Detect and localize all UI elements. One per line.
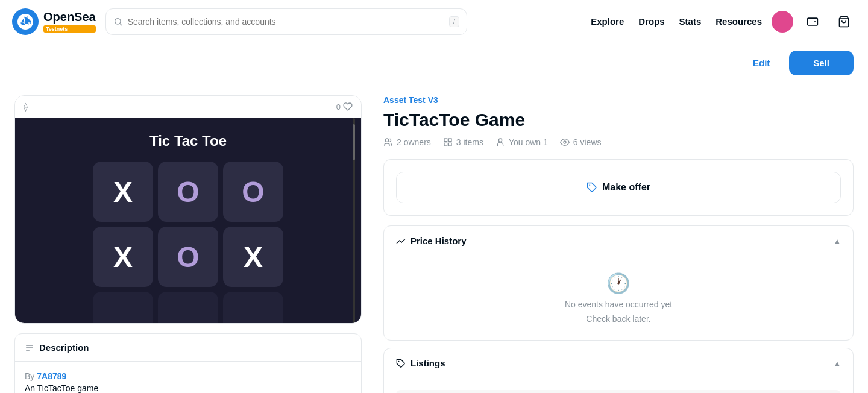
game-cell-7 — [158, 292, 218, 323]
listings-panel: Listings ▲ — [383, 348, 854, 393]
scroll-thumb — [353, 124, 355, 160]
svg-rect-1 — [808, 18, 818, 25]
nav-stats[interactable]: Stats — [679, 16, 702, 27]
main-content: ⟠ 0 Tic Tac Toe X O O X O — [0, 83, 868, 393]
person-icon — [495, 137, 505, 147]
tag-icon — [587, 182, 597, 193]
search-kbd: / — [449, 16, 459, 27]
svg-point-9 — [564, 141, 566, 143]
game-cell-6 — [93, 292, 153, 323]
price-history-empty-text: No events have occurred yet — [565, 300, 672, 309]
nft-game-display: Tic Tac Toe X O O X O X — [15, 118, 361, 323]
price-history-body: 🕐 No events have occurred yet Check back… — [384, 256, 853, 340]
scroll-bar — [350, 118, 357, 323]
main-nav: Explore Drops Stats Resources — [591, 16, 762, 27]
navbar-icons — [772, 10, 856, 34]
eye-icon — [560, 137, 570, 147]
description-by: By 7A8789 — [25, 371, 351, 381]
navbar: OpenSea Testnets / Explore Drops Stats R… — [0, 0, 868, 43]
listings-header[interactable]: Listings ▲ — [384, 348, 853, 378]
owners-count: 2 owners — [397, 137, 431, 147]
price-history-empty-sub: Check back later. — [586, 314, 650, 324]
navbar-logo[interactable]: OpenSea Testnets — [12, 8, 96, 35]
you-own-count: You own 1 — [509, 137, 548, 147]
listings-title: Listings — [410, 358, 445, 368]
opensea-wordmark: OpenSea — [43, 10, 96, 24]
trend-icon — [396, 236, 406, 246]
game-title: Tic Tac Toe — [149, 133, 227, 149]
price-history-title-group: Price History — [396, 236, 467, 246]
description-panel: Description By 7A8789 An TicTacToe game — [14, 333, 362, 393]
cart-icon-button[interactable] — [832, 10, 856, 34]
stat-owners: 2 owners — [383, 137, 431, 147]
listings-body — [384, 378, 853, 393]
listings-tag-icon — [396, 359, 406, 368]
price-history-header[interactable]: Price History ▲ — [384, 226, 853, 256]
nft-card: ⟠ 0 Tic Tac Toe X O O X O — [14, 95, 362, 324]
avatar[interactable] — [772, 11, 793, 33]
description-header: Description — [15, 334, 361, 362]
search-bar: / — [105, 8, 467, 35]
stat-you-own: You own 1 — [495, 137, 548, 147]
game-cell-8 — [223, 292, 283, 323]
owners-icon — [383, 137, 393, 147]
svg-rect-5 — [448, 139, 451, 142]
likes-count: 0 — [336, 102, 341, 112]
game-cell-2: O — [223, 162, 283, 222]
ethereum-icon: ⟠ — [24, 102, 28, 112]
game-grid: X O O X O X — [93, 162, 283, 323]
price-history-chevron: ▲ — [834, 237, 841, 245]
svg-rect-6 — [444, 143, 447, 146]
action-bar: Edit Sell — [0, 43, 868, 83]
listings-title-group: Listings — [396, 358, 445, 368]
description-body: By 7A8789 An TicTacToe game — [15, 362, 361, 393]
opensea-logo-icon — [12, 8, 39, 35]
creator-link[interactable]: 7A8789 — [37, 371, 66, 381]
game-cell-5: X — [223, 227, 283, 287]
wallet-icon-button[interactable] — [800, 10, 825, 34]
collection-link[interactable]: Asset Test V3 — [383, 95, 854, 105]
stat-items: 3 items — [443, 137, 483, 147]
description-icon — [25, 343, 34, 353]
items-icon — [443, 137, 453, 147]
make-offer-section: Make offer — [383, 159, 854, 216]
left-panel: ⟠ 0 Tic Tac Toe X O O X O — [0, 83, 374, 393]
right-panel: Asset Test V3 TicTacToe Game 2 owners 3 … — [374, 83, 868, 393]
game-cell-1: O — [158, 162, 218, 222]
nft-card-topbar: ⟠ 0 — [15, 96, 361, 118]
edit-button[interactable]: Edit — [741, 52, 782, 74]
views-count: 6 views — [573, 137, 602, 147]
scroll-track — [353, 118, 355, 323]
listings-placeholder-row — [396, 390, 841, 393]
game-cell-3: X — [93, 227, 153, 287]
nav-resources[interactable]: Resources — [715, 16, 762, 27]
description-title: Description — [39, 342, 89, 353]
nav-explore[interactable]: Explore — [591, 16, 624, 27]
search-input[interactable] — [128, 17, 444, 27]
game-cell-4: O — [158, 227, 218, 287]
make-offer-button[interactable]: Make offer — [396, 172, 841, 203]
heart-icon — [343, 102, 353, 112]
svg-rect-7 — [448, 143, 451, 146]
price-history-empty: 🕐 No events have occurred yet Check back… — [396, 268, 841, 328]
nft-like[interactable]: 0 — [336, 102, 353, 112]
nav-drops[interactable]: Drops — [638, 16, 664, 27]
svg-point-3 — [385, 139, 388, 142]
nft-stats: 2 owners 3 items You own 1 6 views — [383, 137, 854, 147]
svg-rect-4 — [444, 139, 447, 142]
listings-chevron: ▲ — [834, 359, 841, 368]
price-history-panel: Price History ▲ 🕐 No events have occurre… — [383, 225, 854, 341]
nft-title: TicTacToe Game — [383, 110, 854, 130]
search-icon — [113, 17, 123, 27]
items-count: 3 items — [456, 137, 483, 147]
make-offer-label: Make offer — [602, 182, 650, 193]
testnets-badge: Testnets — [43, 25, 96, 33]
description-text: An TicTacToe game — [25, 383, 351, 393]
svg-point-8 — [498, 139, 502, 142]
sell-button[interactable]: Sell — [789, 51, 854, 75]
price-history-title: Price History — [410, 236, 467, 246]
clock-icon: 🕐 — [606, 272, 631, 295]
game-cell-0: X — [93, 162, 153, 222]
stat-views: 6 views — [560, 137, 602, 147]
